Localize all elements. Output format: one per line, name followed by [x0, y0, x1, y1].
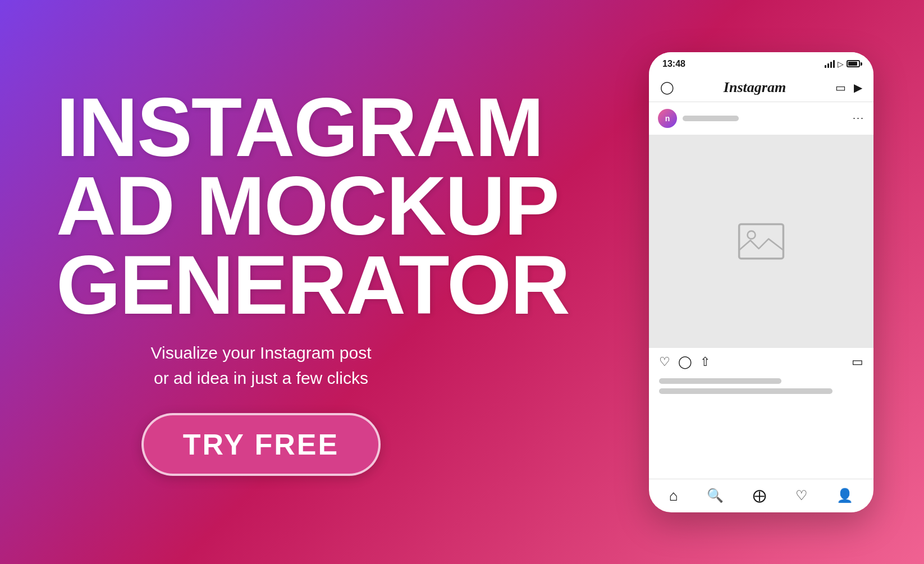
send-icon[interactable]: ▶ — [854, 81, 862, 94]
phone-mockup: 13:48 ▷ ◯ Instagram ▭ ▶ — [649, 52, 873, 512]
page-background: INSTAGRAM AD MOCKUP GENERATOR Visualize … — [0, 0, 924, 564]
avatar: n — [658, 109, 677, 128]
more-options-icon[interactable]: ··· — [853, 112, 864, 124]
post-user-info: n — [658, 109, 739, 128]
wifi-icon: ▷ — [838, 59, 844, 68]
share-icon[interactable]: ⇧ — [700, 355, 710, 369]
caption-line-2 — [659, 388, 832, 394]
create-nav-icon[interactable]: ⨁ — [753, 488, 766, 503]
username-placeholder — [683, 116, 739, 121]
comment-icon[interactable]: ◯ — [678, 355, 692, 369]
left-section: INSTAGRAM AD MOCKUP GENERATOR Visualize … — [56, 88, 466, 476]
signal-bars-icon — [825, 60, 835, 68]
svg-point-1 — [748, 231, 756, 239]
profile-nav-icon[interactable]: 👤 — [836, 488, 853, 503]
title-line2: AD MOCKUP — [56, 167, 569, 246]
post-image-area — [649, 135, 873, 348]
svg-rect-0 — [739, 224, 784, 258]
subtitle-text: Visualize your Instagram post or ad idea… — [56, 340, 466, 391]
post-actions: ♡ ◯ ⇧ ▭ — [649, 348, 873, 376]
post-header: n ··· — [649, 102, 873, 135]
title-line1: INSTAGRAM — [56, 88, 569, 167]
image-placeholder-icon — [736, 222, 786, 261]
bottom-navigation: ⌂ 🔍 ⨁ ♡ 👤 — [649, 479, 873, 512]
post-actions-left: ♡ ◯ ⇧ — [659, 355, 710, 369]
status-icons: ▷ — [825, 59, 860, 68]
search-nav-icon[interactable]: 🔍 — [707, 488, 724, 503]
main-title: INSTAGRAM AD MOCKUP GENERATOR — [56, 88, 569, 325]
caption-area — [649, 376, 873, 403]
add-post-icon[interactable]: ▭ — [835, 81, 846, 94]
instagram-logo: Instagram — [724, 79, 786, 96]
phone-status-bar: 13:48 ▷ — [649, 52, 873, 74]
caption-line-1 — [659, 378, 781, 384]
instagram-navbar: ◯ Instagram ▭ ▶ — [649, 74, 873, 102]
bookmark-icon[interactable]: ▭ — [852, 355, 863, 369]
battery-icon — [847, 60, 860, 67]
reels-nav-icon[interactable]: ♡ — [795, 488, 808, 503]
status-time: 13:48 — [662, 59, 685, 69]
try-free-button[interactable]: TRY FREE — [141, 413, 381, 476]
home-nav-icon[interactable]: ⌂ — [669, 487, 678, 505]
like-icon[interactable]: ♡ — [659, 355, 670, 369]
right-section: 13:48 ▷ ◯ Instagram ▭ ▶ — [643, 52, 879, 512]
title-line3: GENERATOR — [56, 246, 569, 325]
camera-icon[interactable]: ◯ — [660, 80, 674, 95]
